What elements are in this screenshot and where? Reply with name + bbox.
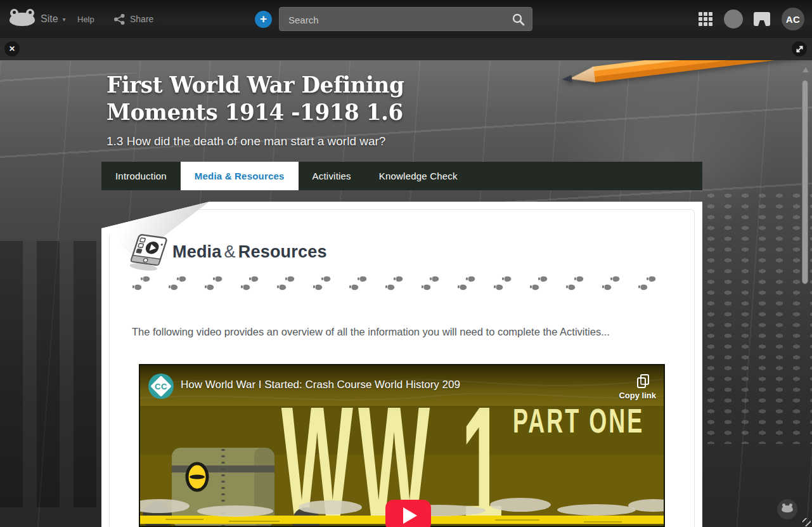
search-bar[interactable] xyxy=(279,7,532,31)
site-menu[interactable]: Site ▾ xyxy=(41,0,66,38)
viewer-toolbar: ✕ xyxy=(0,38,812,60)
tab-introduction[interactable]: Introduction xyxy=(101,162,181,190)
section-heading: Media&Resources xyxy=(172,242,327,262)
page-title-line1: First World War Defining xyxy=(106,71,404,98)
heading-word2: Resources xyxy=(238,242,327,261)
window-resize-grip[interactable] xyxy=(802,518,811,526)
avatar-initials: AC xyxy=(786,14,801,25)
apps-grid-icon[interactable] xyxy=(699,12,714,27)
video-title-link[interactable]: How World War I Started: Crash Course Wo… xyxy=(181,379,460,391)
page-banner: First World War Defining Moments 1914 -1… xyxy=(106,71,420,148)
tray-icon[interactable] xyxy=(754,12,770,29)
play-button[interactable] xyxy=(385,500,431,527)
footprints-divider xyxy=(132,275,672,297)
tab-media-resources[interactable]: Media & Resources xyxy=(181,162,299,190)
user-avatar[interactable]: AC xyxy=(782,8,804,30)
page-title-line2: Moments 1914 -1918 1.6 xyxy=(106,98,404,126)
page-subtitle: 1.3 How did the death of one man start a… xyxy=(106,134,420,148)
youtube-video-embed[interactable]: WW 1 PART ONE xyxy=(139,364,665,527)
chevron-down-icon: ▾ xyxy=(63,16,66,23)
expand-icon xyxy=(796,45,804,53)
tab-knowledge-check[interactable]: Knowledge Check xyxy=(365,162,472,190)
scroll-up-icon[interactable] xyxy=(802,67,809,72)
pencil-lead-tip xyxy=(562,75,572,84)
play-icon xyxy=(403,507,417,524)
media-heading-icon xyxy=(130,233,171,274)
crashcourse-logo-text: CC xyxy=(148,374,174,399)
share-button[interactable]: Share xyxy=(114,0,153,38)
crashcourse-logo: CC xyxy=(148,374,174,399)
help-label: Help xyxy=(77,15,94,24)
site-menu-label: Site xyxy=(41,13,58,25)
copy-link-button[interactable]: Copy link xyxy=(619,391,656,400)
section-tabs: Introduction Media & Resources Activitie… xyxy=(101,162,702,190)
frog-logo[interactable] xyxy=(10,9,35,28)
frog-watermark xyxy=(777,499,797,519)
close-icon: ✕ xyxy=(9,44,15,53)
search-icon[interactable] xyxy=(511,12,526,27)
pencil-wood-tip xyxy=(568,67,595,86)
page-title: First World War Defining Moments 1914 -1… xyxy=(106,71,404,126)
help-link[interactable]: Help xyxy=(77,0,94,38)
heading-ampersand: & xyxy=(222,242,238,261)
crowd-texture xyxy=(702,190,812,444)
presence-circle-icon[interactable] xyxy=(724,10,743,29)
content-panel: Media&Resources The following video prov… xyxy=(101,202,702,527)
top-bar: Site ▾ Help Share + AC xyxy=(0,0,812,38)
add-button[interactable]: + xyxy=(255,11,272,28)
close-button[interactable]: ✕ xyxy=(4,41,20,56)
tab-activities[interactable]: Activities xyxy=(299,162,365,190)
share-label: Share xyxy=(130,14,153,24)
page-scrollbar[interactable] xyxy=(801,62,809,527)
copy-icon[interactable] xyxy=(637,374,650,391)
share-icon xyxy=(114,14,125,25)
heading-word1: Media xyxy=(172,242,222,261)
search-input[interactable] xyxy=(287,8,505,32)
scrollbar-thumb[interactable] xyxy=(802,80,808,284)
expand-button[interactable] xyxy=(792,41,807,56)
intro-paragraph: The following video provides an overview… xyxy=(132,326,610,338)
soldiers-silhouette-texture xyxy=(0,241,101,507)
